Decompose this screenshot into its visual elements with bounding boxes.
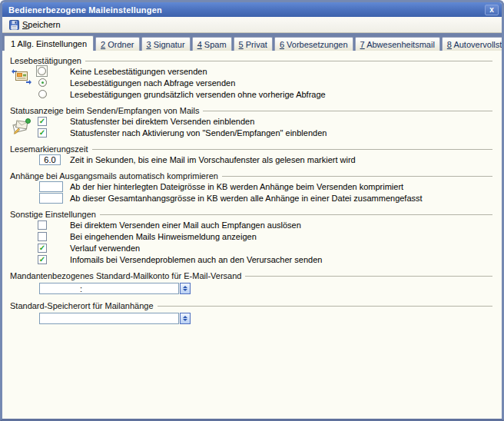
tab-allg-einstellungen[interactable]: 1 Allg. Einstellungen <box>4 35 94 51</box>
title-bar: Bedienerbezogene Maileinstellungen x <box>2 2 502 17</box>
field-label: Zeit in Sekunden, bis eine Mail im Vorsc… <box>70 155 356 164</box>
checkbox-status-direct-send[interactable]: ✓ <box>38 117 47 126</box>
group-rule <box>203 111 492 111</box>
tab-spam[interactable]: 4 Spam <box>192 37 232 51</box>
option-row: Bei eingehenden Mails Hinweismeldung anz… <box>36 230 494 242</box>
check-icon: ✓ <box>39 256 45 264</box>
group-compress-attachments: Anhänge bei Ausgangsmails automatisch ko… <box>10 171 494 204</box>
radio-no-read-receipts[interactable] <box>38 67 46 75</box>
save-button-label: Speichern <box>22 20 61 29</box>
group-title-read-receipts: Lesebestätigungen <box>10 56 81 65</box>
check-icon: ✓ <box>39 244 45 252</box>
field-label: Ab dieser Gesamtanhangsgrösse in KB werd… <box>70 194 423 203</box>
combine-totalsize-input[interactable] <box>39 193 63 204</box>
option-row: ✓ Infomails bei Versendeproblemen auch a… <box>36 254 494 265</box>
read-mark-time-input[interactable] <box>39 154 61 165</box>
mail-receipt-icon <box>12 68 32 85</box>
group-title-misc-settings: Sonstige Einstellungen <box>10 210 96 219</box>
group-read-mark-time: Lesemarkierungszeit Zeit in Sekunden, bi… <box>10 144 494 165</box>
field-label: Ab der hier hinterlegten Dateigrösse in … <box>70 182 403 191</box>
radio-label: Lesebestätigungen grundsätzlich versende… <box>70 90 326 99</box>
dialog-window: Bedienerbezogene Maileinstellungen x Spe… <box>0 0 504 421</box>
default-account-combo-button[interactable] <box>180 283 191 294</box>
group-read-receipts: Lesebestätigungen Keine Lesebestätigunge… <box>10 55 494 100</box>
tab-privat[interactable]: 5 Privat <box>234 37 273 51</box>
group-rule <box>158 306 492 307</box>
radio-label: Keine Lesebestätigungen versenden <box>70 67 207 76</box>
field-row: Ab dieser Gesamtanhangsgrösse in KB werd… <box>36 192 494 204</box>
group-title-default-location: Standard-Speicherort für Mailanhänge <box>10 301 154 310</box>
close-button[interactable]: x <box>485 5 499 15</box>
checkbox-infomail-to-causer[interactable]: ✓ <box>38 255 47 264</box>
checkbox-trigger-receive-on-send[interactable] <box>38 220 47 230</box>
option-row: ✓ Statusfenster bei direktem Versenden e… <box>36 115 494 127</box>
checkbox-label: Infomails bei Versendeproblemen auch an … <box>70 255 322 264</box>
save-icon <box>9 20 19 30</box>
default-account-combo-input[interactable] <box>39 283 179 294</box>
tab-bar: 1 Allg. Einstellungen 2 Ordner 3 Signatu… <box>2 33 502 51</box>
window-title: Bedienerbezogene Maileinstellungen <box>8 5 485 15</box>
group-rule <box>92 149 493 150</box>
option-row: Lesebestätigungen grundsätzlich versende… <box>36 88 494 100</box>
tab-content-allg-einstellungen: Lesebestätigungen Keine Lesebestätigunge… <box>2 51 502 419</box>
radio-label: Lesebestätigungen nach Abfrage versenden <box>70 78 235 88</box>
checkbox-label: Statusfenster nach Aktivierung von "Send… <box>70 128 327 138</box>
chevron-down-icon <box>183 319 187 321</box>
default-location-combo-button[interactable] <box>180 313 191 324</box>
group-title-compress-attachments: Anhänge bei Ausgangsmails automatisch ko… <box>10 171 218 181</box>
tab-vorbesetzungen[interactable]: 6 Vorbesetzungen <box>274 37 353 51</box>
checkbox-label: Bei eingehenden Mails Hinweismeldung anz… <box>70 232 257 241</box>
group-title-default-account: Mandantenbezogenes Standard-Mailkonto fü… <box>10 271 241 280</box>
combo-row <box>39 282 494 295</box>
group-default-location: Standard-Speicherort für Mailanhänge <box>10 300 494 325</box>
option-row: Lesebestätigungen nach Abfrage versenden <box>36 77 494 88</box>
chevron-up-icon <box>183 316 187 318</box>
toolbar: Speichern <box>2 17 502 33</box>
checkbox-label: Bei direktem Versenden einer Mail auch E… <box>70 220 301 230</box>
checkbox-incoming-mail-notice[interactable] <box>38 232 47 241</box>
tab-autovervollstaendigung[interactable]: 8 Autovervollständigung <box>442 37 504 51</box>
save-button[interactable]: Speichern <box>5 18 67 31</box>
checkbox-label: Verlauf verwenden <box>70 244 140 253</box>
chevron-down-icon <box>183 289 187 291</box>
close-icon: x <box>489 5 494 14</box>
radio-receipts-after-prompt[interactable] <box>38 78 47 87</box>
option-row: ✓ Verlauf verwenden <box>36 242 494 254</box>
field-row: Zeit in Sekunden, bis eine Mail im Vorsc… <box>36 154 494 165</box>
group-status-display: Statusanzeige beim Senden/Empfangen von … <box>10 105 494 138</box>
checkbox-status-send-receive[interactable]: ✓ <box>38 128 47 138</box>
field-row: Ab der hier hinterlegten Dateigrösse in … <box>36 181 494 192</box>
group-rule <box>85 61 492 61</box>
combo-row <box>39 312 494 325</box>
group-rule <box>222 176 492 177</box>
group-rule <box>100 214 492 215</box>
group-misc-settings: Sonstige Einstellungen Bei direktem Vers… <box>10 209 494 265</box>
radio-receipts-always[interactable] <box>38 90 47 98</box>
default-location-combo-input[interactable] <box>39 313 179 324</box>
send-receive-mails-icon <box>12 118 32 135</box>
group-title-status-display: Statusanzeige beim Senden/Empfangen von … <box>10 106 199 115</box>
group-title-read-mark-time: Lesemarkierungszeit <box>10 144 88 154</box>
compress-filesize-input[interactable] <box>39 181 63 192</box>
tab-ordner[interactable]: 2 Ordner <box>95 37 139 51</box>
focus-rect <box>36 65 48 77</box>
check-icon: ✓ <box>39 129 45 137</box>
group-rule <box>245 276 492 277</box>
check-icon: ✓ <box>39 118 45 125</box>
checkbox-label: Statusfenster bei direktem Versenden ein… <box>70 117 254 126</box>
chevron-up-icon <box>183 286 187 288</box>
tab-abwesenheitsmail[interactable]: 7 Abwesenheitsmail <box>355 37 440 51</box>
checkbox-use-history[interactable]: ✓ <box>38 244 47 253</box>
tab-signatur[interactable]: 3 Signatur <box>141 37 191 51</box>
group-default-account: Mandantenbezogenes Standard-Mailkonto fü… <box>10 270 494 295</box>
option-row: Keine Lesebestätigungen versenden <box>36 65 494 77</box>
option-row: ✓ Statusfenster nach Aktivierung von "Se… <box>36 127 494 138</box>
option-row: Bei direktem Versenden einer Mail auch E… <box>36 219 494 230</box>
